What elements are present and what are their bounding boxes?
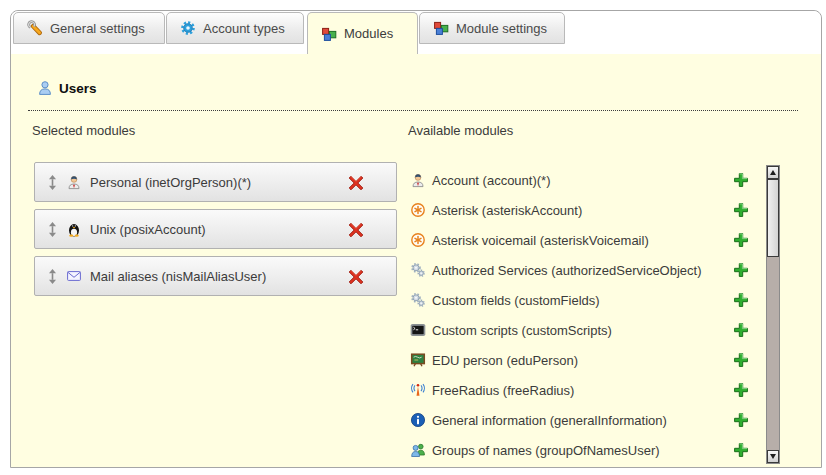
available-module-row-freeradius: FreeRadius (freeRadius) <box>410 375 749 405</box>
section-divider <box>28 110 798 111</box>
tab-label: General settings <box>50 21 145 36</box>
selected-module-row-unix[interactable]: Unix (posixAccount) <box>34 209 397 249</box>
scroll-down-icon <box>770 454 776 459</box>
users-section-header: Users <box>37 80 97 96</box>
module-label: Unix (posixAccount) <box>90 222 206 237</box>
add-module-button[interactable] <box>733 292 749 308</box>
terminal-icon <box>410 322 426 338</box>
add-module-button[interactable] <box>733 412 749 428</box>
module-label: Account (account)(*) <box>432 173 733 188</box>
add-module-button[interactable] <box>733 442 749 458</box>
module-label: Custom fields (customFields) <box>432 293 733 308</box>
module-label: General information (generalInformation) <box>432 413 733 428</box>
add-module-button[interactable] <box>733 322 749 338</box>
module-label: Mail aliases (nisMailAliasUser) <box>90 269 266 284</box>
drag-handle-icon[interactable] <box>48 222 57 237</box>
remove-module-button[interactable] <box>348 222 364 238</box>
antenna-icon <box>410 382 426 398</box>
available-module-row-asterisk: Asterisk (asteriskAccount) <box>410 195 749 225</box>
remove-module-button[interactable] <box>348 175 364 191</box>
modules-icon <box>433 20 449 36</box>
selected-module-row-personal[interactable]: Personal (inetOrgPerson)(*) <box>34 162 397 202</box>
module-label: Groups of names (groupOfNamesUser) <box>432 443 733 458</box>
selected-modules-heading: Selected modules <box>32 123 135 138</box>
tab-modules[interactable]: Modules <box>307 12 418 54</box>
gears-icon <box>410 262 426 278</box>
module-label: Authorized Services (authorizedServiceOb… <box>432 263 733 278</box>
selected-module-row-mail[interactable]: Mail aliases (nisMailAliasUser) <box>34 256 397 296</box>
scroll-down-button[interactable] <box>767 450 779 463</box>
scroll-up-button[interactable] <box>767 166 779 179</box>
available-modules-scrollbar[interactable] <box>766 165 780 464</box>
person-icon <box>410 172 426 188</box>
add-module-button[interactable] <box>733 172 749 188</box>
scroll-up-icon <box>770 170 776 175</box>
person-icon <box>66 174 82 190</box>
mail-icon <box>66 268 82 284</box>
info-icon <box>410 412 426 428</box>
module-label: Personal (inetOrgPerson)(*) <box>90 175 251 190</box>
available-module-row-edu: EDU person (eduPerson) <box>410 345 749 375</box>
user-icon <box>37 80 53 96</box>
tab-label: Account types <box>203 21 285 36</box>
add-module-button[interactable] <box>733 352 749 368</box>
tab-general-settings[interactable]: General settings <box>13 12 165 44</box>
asterisk-icon <box>410 202 426 218</box>
modules-icon <box>321 26 337 42</box>
add-module-button[interactable] <box>733 262 749 278</box>
remove-module-button[interactable] <box>348 269 364 285</box>
tab-module-settings[interactable]: Module settings <box>419 12 565 44</box>
asterisk-icon <box>410 232 426 248</box>
selected-modules-list: Personal (inetOrgPerson)(*)Unix (posixAc… <box>34 162 397 303</box>
modules-tab-content: Users Selected modules Available modules… <box>11 54 821 467</box>
module-label: FreeRadius (freeRadius) <box>432 383 733 398</box>
available-modules-heading: Available modules <box>408 123 513 138</box>
blackboard-icon <box>410 352 426 368</box>
module-label: Custom scripts (customScripts) <box>432 323 733 338</box>
available-module-row-custom: Custom fields (customFields) <box>410 285 749 315</box>
available-module-row-account: Account (account)(*) <box>410 165 749 195</box>
tux-icon <box>66 221 82 237</box>
gear-icon <box>180 20 196 36</box>
section-title: Users <box>59 81 97 96</box>
scrollbar-thumb[interactable] <box>767 179 779 257</box>
module-label: Asterisk voicemail (asteriskVoicemail) <box>432 233 733 248</box>
lam-configuration-window: General settingsAccount typesModulesModu… <box>10 10 822 468</box>
group-icon <box>410 442 426 458</box>
available-modules-list: Account (account)(*)Asterisk (asteriskAc… <box>410 165 749 465</box>
tab-label: Module settings <box>456 21 547 36</box>
available-module-row-groups: Groups of names (groupOfNamesUser) <box>410 435 749 465</box>
drag-handle-icon[interactable] <box>48 269 57 284</box>
tab-bar: General settingsAccount typesModulesModu… <box>11 11 821 54</box>
available-module-row-authorized: Authorized Services (authorizedServiceOb… <box>410 255 749 285</box>
add-module-button[interactable] <box>733 232 749 248</box>
add-module-button[interactable] <box>733 202 749 218</box>
available-module-row-general: General information (generalInformation) <box>410 405 749 435</box>
wrench-icon <box>27 20 43 36</box>
tab-account-types[interactable]: Account types <box>166 12 304 44</box>
module-label: Asterisk (asteriskAccount) <box>432 203 733 218</box>
drag-handle-icon[interactable] <box>48 175 57 190</box>
module-label: EDU person (eduPerson) <box>432 353 733 368</box>
tab-label: Modules <box>344 26 393 41</box>
gears-icon <box>410 292 426 308</box>
available-module-row-asterisk: Asterisk voicemail (asteriskVoicemail) <box>410 225 749 255</box>
add-module-button[interactable] <box>733 382 749 398</box>
available-module-row-custom: Custom scripts (customScripts) <box>410 315 749 345</box>
